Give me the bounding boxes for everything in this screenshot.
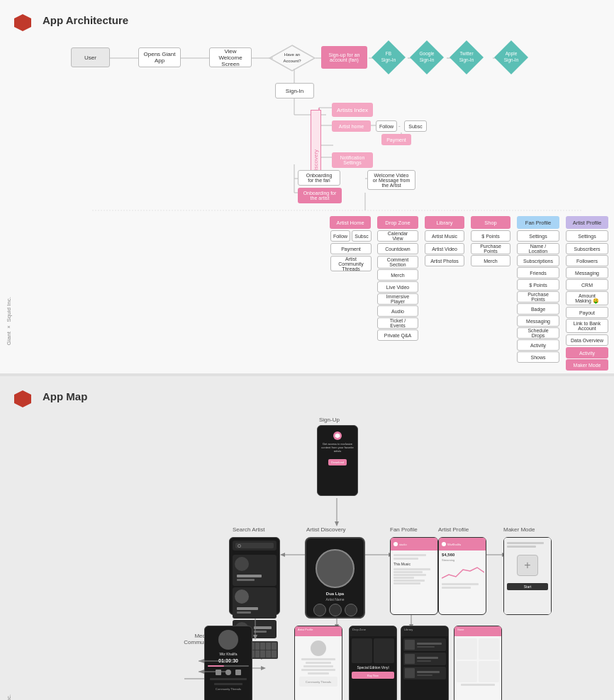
node-purchase-points: Purchase Points [471,243,510,254]
node-settings2: Settings [566,230,608,242]
node-countdown: Countdown [377,243,418,254]
maker-mode-label-map: Maker Mode [503,526,535,533]
node-google: Google Sign-In [408,39,445,76]
node-payment2: Payment [330,243,372,254]
node-artist-home2: Artist Home [330,216,371,229]
node-activity: Activity [517,339,559,351]
node-fb: FB Sign-In [370,39,407,76]
svg-text:Sign-In: Sign-In [381,57,396,63]
svg-marker-66 [199,659,204,663]
search-phone [229,537,280,615]
wiz-khalifa-name: Wiz Khalifa [208,652,249,656]
node-messaging2: Messaging [566,267,608,278]
svg-text:Have an: Have an [284,52,300,57]
node-badge: Badge [517,303,559,315]
node-crm: CRM [566,279,608,290]
svg-text:Sign-In: Sign-In [504,57,519,63]
node-name-location: Name / Location [517,243,559,254]
node-onboarding-fan: Onboarding for the fan [298,170,340,186]
artist-profile-phone-2: Artist Profile Community Threads [294,626,342,700]
node-artist-video: Artist Video [425,243,464,254]
store-phone: Store [454,626,502,700]
node-library: Library [425,216,464,229]
svg-marker-62 [335,434,340,439]
artist-profile-label-map: Artist Profile [438,526,469,533]
node-follow2: Follow [330,230,350,242]
svg-text:Twitter: Twitter [459,51,474,56]
node-settings: Settings [517,230,559,242]
app-logo [13,13,33,33]
node-onboarding-artist: Onboarding for the artist [298,188,342,203]
node-subsc: Subsc [404,120,427,132]
svg-marker-0 [14,14,31,31]
map-canvas: Sign-Up Get access to exclusive content … [43,417,596,700]
node-payment: Payment [381,134,411,145]
node-private-qa: Private Q&A [377,329,418,341]
amount-text: $4,560 [442,553,483,557]
node-messaging: Messaging [517,315,559,327]
search-artist-label: Search Artist [233,526,264,533]
node-have-account: Have an Account? [268,44,316,72]
node-ticket: Ticket / Events [377,317,418,329]
signup-phone-text: Get access to exclusive content from you… [321,442,354,453]
node-live-video: Live Video [377,281,418,293]
app-logo-2 [13,389,33,409]
node-twitter: Twitter Sign-In [448,39,485,76]
side-label-1: Giant × Squid Inc. [6,297,13,345]
arch-title: App Architecture [43,14,600,26]
node-merch: Merch [471,255,510,266]
svg-text:FB: FB [386,51,391,56]
side-label-2: Giant × Squid Inc. [6,694,13,700]
node-merch2: Merch [377,269,418,281]
special-edition: Special Edition Vinyl [352,665,394,670]
svg-text:Google: Google [420,51,435,57]
node-artist-home: Artist home [332,120,371,132]
node-comment-section: Comment Section [377,256,418,269]
node-apple: Apple Sign-In [493,39,530,76]
node-purchase-points2: Purchase Points [517,291,559,303]
node-calendar-view: Calendar View [377,230,418,242]
discovery-phone: Dua Lipa Artist Name [305,537,365,619]
discovery-label: Discovery [311,110,321,177]
node-amount-making: Amount Making 🤑 [566,291,608,305]
time-display: 01:30:30 [208,658,249,663]
node-points: $ Points [471,230,510,242]
dash1: - [398,123,401,129]
dua-lipa-name: Dua Lipa [306,592,364,596]
node-followers: Followers [566,255,608,266]
node-notification: Notification Settings [332,152,373,168]
node-artists-index: Artists Index [332,103,373,117]
svg-marker-61 [261,666,266,670]
node-points2: $ Points [517,279,559,290]
node-friends: Friends [517,267,559,278]
drop-zone-phone: Drop Zone Special Edition Vinyl Buy Now [349,626,397,700]
node-user: User [71,47,110,67]
svg-text:Sign-In: Sign-In [420,57,435,63]
node-artist-photos: Artist Photos [425,255,464,266]
svg-marker-27 [269,45,315,71]
map-section: App Map [0,376,614,700]
signup-logo-icon [333,431,342,440]
node-artist-music: Artist Music [425,230,464,242]
node-signup: Sign-up for an account (fan) [321,46,367,69]
node-welcome-video: Welcome Video or Message from the Artist [367,170,415,190]
node-subscriptions: Subscriptions [517,255,559,266]
node-follow: Follow [376,120,397,132]
node-link-bank: Link to Bank Account [566,319,608,333]
architecture-section: App Architecture [0,0,614,373]
library-phone: Library [401,626,449,700]
node-maker-mode: Maker Mode [566,359,608,371]
svg-marker-50 [280,553,285,557]
node-shows: Shows [517,351,559,363]
node-artist-community: Artist Community Threads [330,256,372,271]
node-artist-profile: Artist Profile [566,216,608,229]
maker-mode-phone: + Start [503,537,552,615]
node-subsc2: Subsc [352,230,372,242]
node-view-welcome: View Welcome Screen [209,47,252,67]
arch-canvas: User Opens Giant App View Welcome Screen… [43,40,596,352]
discovery-label-map: Artist Discovery [306,526,346,533]
node-subscribers: Subscribers [566,243,608,254]
svg-marker-44 [335,521,339,526]
signup-btn: Download [328,459,347,465]
node-audio: Audio [377,305,418,317]
